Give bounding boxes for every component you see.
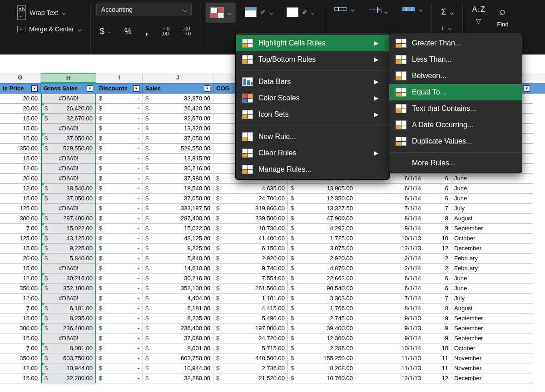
cell[interactable]: 10/1/14	[356, 343, 424, 353]
cell[interactable]: 8	[424, 213, 451, 223]
menu-item-equal-to[interactable]: Equal To...	[389, 84, 522, 100]
cell[interactable]: $-	[96, 164, 143, 174]
cell[interactable]: 15.00	[0, 313, 41, 323]
cell[interactable]: $3,303.00	[288, 293, 356, 303]
menu-item-greater-than[interactable]: Greater Than...	[389, 35, 522, 51]
cell[interactable]: $24,720.00	[213, 333, 288, 343]
cell[interactable]: 300.00	[0, 323, 41, 333]
cell[interactable]: 7.00	[0, 303, 41, 313]
cell[interactable]: #DIV/0!	[41, 174, 96, 184]
cell[interactable]: 11/1/13	[356, 353, 424, 363]
cell[interactable]: $9,225.00	[143, 243, 213, 253]
cell[interactable]: $8,001.00	[143, 343, 213, 353]
cell[interactable]: $18,540.00	[41, 184, 96, 194]
cell[interactable]: 350.00	[0, 144, 41, 154]
cell[interactable]: $261,560.00	[213, 283, 288, 293]
cell[interactable]: $8,235.00	[143, 313, 213, 323]
menu-item-manage-rules[interactable]: Manage Rules...	[236, 161, 389, 178]
autosum-button[interactable]: Σ ⌵	[437, 5, 457, 20]
cell[interactable]: November	[451, 363, 533, 373]
cell[interactable]: 9/1/13	[356, 323, 424, 333]
cell[interactable]: 15.00	[0, 154, 41, 164]
cell[interactable]: $9,740.00	[213, 263, 288, 273]
cell[interactable]: June	[451, 194, 533, 203]
cell[interactable]: $13,327.50	[288, 203, 356, 213]
cell[interactable]: $1,101.00	[213, 293, 288, 303]
cell[interactable]: 350.00	[0, 283, 41, 293]
cell[interactable]: $197,000.00	[213, 323, 288, 333]
cell[interactable]: $155,250.00	[288, 353, 356, 363]
cell[interactable]: $-	[96, 283, 143, 293]
decrease-decimal-button[interactable]: .00→0	[179, 24, 194, 39]
cell[interactable]: February	[451, 253, 533, 263]
cell[interactable]: $287,400.00	[143, 213, 213, 223]
cell[interactable]: $-	[96, 303, 143, 313]
cell[interactable]: 20.00	[0, 253, 41, 263]
cell[interactable]: 10	[424, 343, 451, 353]
wrap-text-button[interactable]: ab⤶ Wrap Text ⌵	[14, 3, 85, 23]
cell[interactable]: 11/1/13	[356, 363, 424, 373]
menu-item-between[interactable]: Between...	[389, 68, 522, 84]
table-header-2[interactable]: Discounts▾	[96, 83, 143, 94]
cell[interactable]: 6	[424, 174, 451, 184]
menu-item-text-that-contains[interactable]: Text that Contains...	[389, 100, 522, 117]
cell[interactable]: September	[451, 313, 533, 323]
cell[interactable]: 20.00	[0, 104, 41, 114]
cell[interactable]: 6/1/14	[356, 273, 424, 283]
cell[interactable]: $2,920.00	[288, 253, 356, 263]
cell[interactable]: $239,500.00	[213, 213, 288, 223]
cell[interactable]: #DIV/0!	[41, 293, 96, 303]
cell[interactable]: $6,150.00	[213, 243, 288, 253]
cell[interactable]: $448,500.00	[213, 353, 288, 363]
cell[interactable]: $8,208.00	[288, 363, 356, 373]
cell[interactable]: 10/1/13	[356, 233, 424, 243]
cell[interactable]: 15.00	[0, 333, 41, 343]
cell[interactable]: 6	[424, 194, 451, 203]
cell[interactable]: $2,745.00	[288, 313, 356, 323]
cell[interactable]: $287,400.00	[41, 213, 96, 223]
column-header-H[interactable]: H	[41, 73, 96, 83]
cell[interactable]: $37,080.00	[143, 333, 213, 343]
cell[interactable]: 10	[424, 233, 451, 243]
cell[interactable]: $-	[96, 223, 143, 233]
cell[interactable]: November	[451, 353, 533, 363]
cell[interactable]: $13,320.00	[143, 124, 213, 134]
cell[interactable]: $4,292.00	[288, 223, 356, 233]
cell[interactable]: 12	[424, 243, 451, 253]
cell[interactable]: $-	[96, 293, 143, 303]
cell[interactable]: 15.00	[0, 134, 41, 144]
cell[interactable]: July	[451, 293, 533, 303]
cell[interactable]: 9	[424, 333, 451, 343]
filter-dropdown-icon[interactable]: ▾	[524, 85, 530, 92]
cell[interactable]: $8,235.00	[41, 313, 96, 323]
cell[interactable]: 9/1/13	[356, 313, 424, 323]
cell[interactable]: $4,404.00	[143, 293, 213, 303]
cell[interactable]: $2,286.00	[288, 343, 356, 353]
cell[interactable]: $4,635.00	[213, 184, 288, 194]
column-header-I[interactable]: I	[96, 73, 143, 83]
cell[interactable]: $5,840.00	[143, 253, 213, 263]
cell[interactable]: $39,400.00	[288, 323, 356, 333]
cell[interactable]: $26,420.00	[143, 104, 213, 114]
cell[interactable]: $30,216.00	[143, 164, 213, 174]
cell[interactable]: $-	[96, 243, 143, 253]
cell[interactable]: $-	[96, 213, 143, 223]
cell[interactable]: 350.00	[0, 353, 41, 363]
menu-item-color-scales[interactable]: Color Scales▶	[236, 90, 389, 106]
cell[interactable]: $-	[96, 114, 143, 124]
cell[interactable]: $12,350.00	[288, 194, 356, 203]
cell[interactable]: $32,280.00	[41, 373, 96, 383]
cell[interactable]: August	[451, 303, 533, 313]
cell[interactable]: $-	[96, 273, 143, 283]
cell[interactable]: $-	[96, 353, 143, 363]
menu-item-duplicate-values[interactable]: Duplicate Values...	[389, 133, 522, 149]
cell[interactable]: $18,540.00	[143, 184, 213, 194]
cell[interactable]: 11	[424, 363, 451, 373]
cell[interactable]: $10,944.00	[143, 363, 213, 373]
cell[interactable]: $47,900.00	[288, 213, 356, 223]
cell[interactable]: #DIV/0!	[41, 124, 96, 134]
cell[interactable]: 15.00	[0, 124, 41, 134]
cell[interactable]: July	[451, 203, 533, 213]
menu-item-data-bars[interactable]: Data Bars▶	[236, 74, 389, 90]
cell[interactable]: $333,187.50	[143, 203, 213, 213]
